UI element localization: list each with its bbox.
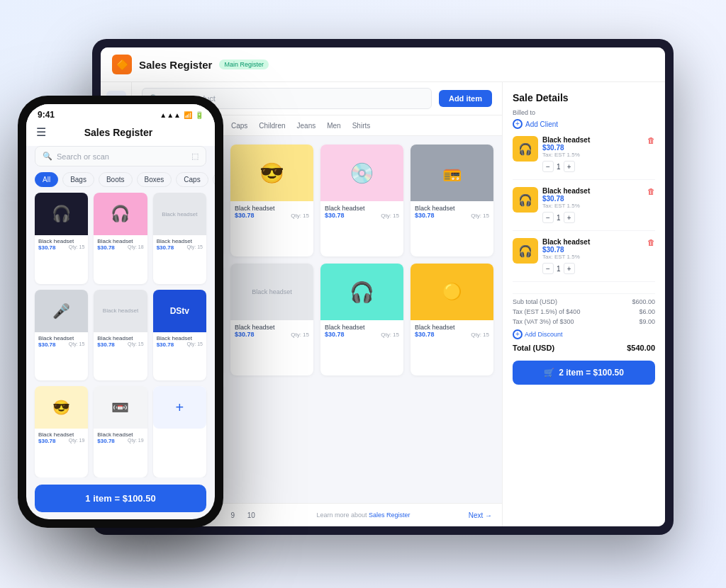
phone-product-image: Black headset	[94, 290, 147, 332]
product-card[interactable]: 😎 Black headset $30.78 Qty: 15	[230, 145, 313, 256]
product-info: Black headset $30.78 Qty: 15	[411, 320, 493, 341]
phone-status-bar: 9:41 ▲▲▲ 📶 🔋	[26, 104, 215, 121]
phone-search-bar[interactable]: 🔍 Search or scan ⬚	[35, 146, 206, 166]
increase-qty-button[interactable]: +	[564, 212, 575, 223]
sale-item-image: 🎧	[513, 238, 538, 264]
phone-cat-boots[interactable]: Boots	[99, 172, 133, 187]
phone-product-price: $30.78	[157, 341, 174, 348]
product-info: Black headset $30.78 Qty: 15	[230, 320, 313, 341]
product-qty: Qty: 15	[381, 213, 399, 219]
total-label: Total (USD)	[513, 344, 554, 352]
sales-register-link[interactable]: Sales Register	[369, 511, 411, 519]
phone-cat-boxes[interactable]: Boxes	[137, 172, 172, 187]
sale-details-panel: Sale Details Billed to + Add Client 🎧 Bl…	[502, 82, 665, 526]
phone-app-title: Sales Register	[84, 127, 153, 138]
phone-product-info: Black headset $30.78 Qty: 19	[94, 429, 147, 447]
product-info: Black headset $30.78 Qty: 15	[411, 201, 493, 222]
cat-tab-shirts[interactable]: Shirts	[352, 122, 371, 130]
phone-product-qty: Qty: 15	[69, 341, 85, 348]
phone-product-qty: Qty: 15	[186, 244, 203, 251]
hamburger-menu-button[interactable]: ☰	[36, 125, 46, 139]
sale-item-info: Black headset $30.78 Tax: EST 1.5% − 1 +	[542, 187, 643, 223]
subtotal-label: Sub total (USD)	[513, 298, 557, 305]
phone-product-name: Black headset	[97, 335, 143, 341]
cat-tab-men[interactable]: Men	[327, 122, 340, 130]
total-row: Total (USD) $540.00	[513, 344, 655, 352]
add-product-card[interactable]: +	[153, 386, 206, 477]
product-info: Black headset $30.78 Qty: 15	[230, 201, 313, 222]
phone-product-card[interactable]: 🎤 Black headset $30.78 Qty: 15	[35, 290, 88, 381]
product-price: $30.78	[415, 331, 435, 338]
total-value: $540.00	[627, 344, 655, 352]
next-page-button[interactable]: Next →	[469, 511, 492, 519]
product-qty: Qty: 15	[471, 213, 489, 219]
phone-cat-bags[interactable]: Bags	[62, 172, 94, 187]
add-client-icon: +	[513, 119, 523, 129]
phone-product-card[interactable]: 🎧 Black headset $30.78 Qty: 15	[35, 193, 88, 284]
delete-item-icon[interactable]: 🗑	[647, 187, 655, 196]
phone-product-info: Black headset $30.78 Qty: 18	[94, 235, 147, 254]
cat-tab-jeans[interactable]: Jeans	[297, 122, 316, 130]
checkout-button[interactable]: 🛒 2 item = $100.50	[513, 361, 655, 385]
phone-device: 9:41 ▲▲▲ 📶 🔋 ☰ Sales Register 🔍 Search o…	[18, 96, 223, 528]
phone-product-qty: Qty: 15	[69, 244, 85, 251]
decrease-qty-button[interactable]: −	[542, 212, 554, 223]
cat-tab-caps[interactable]: Caps	[231, 122, 247, 130]
sale-item-name: Black headset	[542, 136, 643, 144]
phone-product-price: $30.78	[38, 438, 55, 444]
phone-search-placeholder: Search or scan	[57, 152, 109, 161]
phone-header: ☰ Sales Register	[26, 121, 215, 146]
phone-checkout-button[interactable]: 1 item = $100.50	[35, 485, 206, 512]
add-item-button[interactable]: Add item	[439, 90, 492, 107]
product-name: Black headset	[325, 324, 399, 331]
product-card[interactable]: Black headset Black headset $30.78 Qty: …	[230, 264, 313, 375]
phone-product-card[interactable]: 🎧 Black headset $30.78 Qty: 18	[94, 193, 147, 284]
sale-details-title: Sale Details	[513, 92, 655, 103]
product-card[interactable]: 📻 Black headset $30.78 Qty: 15	[411, 145, 493, 256]
phone-product-card[interactable]: Black headset Black headset $30.78 Qty: …	[153, 193, 206, 284]
phone-product-card[interactable]: DStv Black headset $30.78 Qty: 15	[153, 290, 206, 381]
sale-item-actions: − 1 +	[542, 212, 643, 223]
product-info: Black headset $30.78 Qty: 15	[320, 201, 403, 222]
decrease-qty-button[interactable]: −	[542, 161, 554, 172]
page-10[interactable]: 10	[244, 508, 258, 522]
increase-qty-button[interactable]: +	[564, 161, 575, 172]
phone-product-price: $30.78	[38, 244, 55, 251]
increase-qty-button[interactable]: +	[564, 263, 575, 274]
product-card[interactable]: 💿 Black headset $30.78 Qty: 15	[320, 145, 403, 256]
product-name: Black headset	[235, 205, 309, 212]
add-client-button[interactable]: + Add Client	[513, 119, 655, 129]
phone-product-qty: Qty: 18	[128, 244, 144, 251]
sale-item-tax: Tax: EST 1.5%	[542, 152, 643, 158]
phone-cat-caps[interactable]: Caps	[176, 172, 208, 187]
delete-item-icon[interactable]: 🗑	[647, 136, 655, 145]
product-price: $30.78	[325, 331, 345, 338]
product-qty: Qty: 15	[291, 332, 309, 338]
cat-tab-children[interactable]: Children	[259, 122, 285, 130]
phone-product-name: Black headset	[157, 238, 203, 244]
phone-search-icon: 🔍	[43, 152, 52, 161]
page-9[interactable]: 9	[225, 508, 240, 522]
product-card[interactable]: 🟡 Black headset $30.78 Qty: 15	[411, 264, 493, 375]
qty-value: 1	[557, 163, 561, 171]
phone-cat-all[interactable]: All	[35, 172, 58, 187]
add-product-icon[interactable]: +	[153, 386, 206, 429]
tax1-row: Tax (EST 1.5%) of $400 $6.00	[513, 308, 655, 315]
phone-product-info: Black headset $30.78 Qty: 15	[35, 235, 88, 254]
phone-product-price: $30.78	[97, 244, 114, 251]
phone-product-card[interactable]: 😎 Black headset $30.78 Qty: 19	[35, 386, 88, 477]
add-product-info	[153, 429, 206, 441]
phone-product-card[interactable]: 📼 Black headset $30.78 Qty: 19	[94, 386, 147, 477]
sale-item-actions: − 1 +	[542, 161, 643, 172]
phone-product-card[interactable]: Black headset Black headset $30.78 Qty: …	[94, 290, 147, 381]
add-discount-button[interactable]: + Add Discount	[513, 329, 655, 339]
phone-product-name: Black headset	[97, 431, 143, 438]
phone-cat-c[interactable]: C	[213, 172, 215, 187]
decrease-qty-button[interactable]: −	[542, 263, 554, 274]
add-discount-icon: +	[513, 329, 523, 339]
phone-product-qty: Qty: 15	[186, 341, 203, 348]
wifi-icon: 📶	[184, 111, 192, 119]
product-card[interactable]: 🎧 Black headset $30.78 Qty: 15	[320, 264, 403, 375]
delete-item-icon[interactable]: 🗑	[647, 238, 655, 247]
learn-more-text: Learn more about Sales Register	[262, 511, 464, 519]
